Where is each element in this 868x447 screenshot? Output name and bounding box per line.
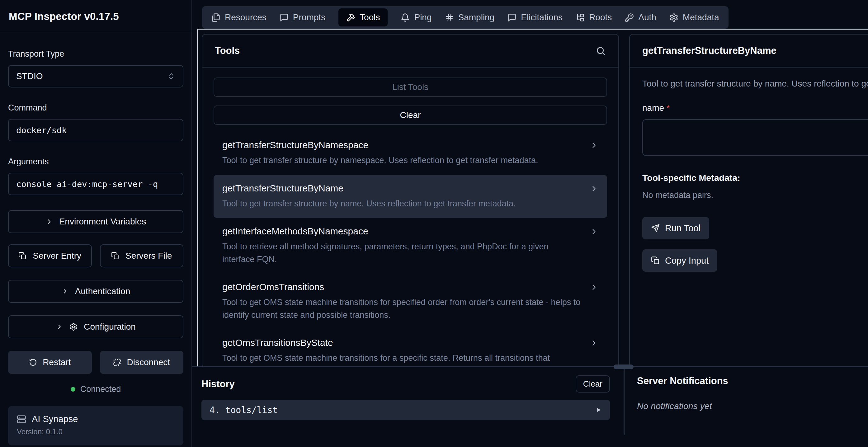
clear-history-button[interactable]: Clear — [576, 375, 610, 392]
transport-type-label: Transport Type — [8, 49, 183, 59]
tab-auth[interactable]: Auth — [625, 12, 656, 23]
tool-name: getTransferStructureByNamespace — [222, 140, 582, 150]
history-panel: History Clear 4. tools/list — [192, 367, 624, 435]
name-field-input[interactable] — [642, 119, 868, 156]
chevron-right-icon — [45, 218, 53, 225]
tab-label: Tools — [360, 12, 380, 23]
tool-name: getOrderOmsTransitions — [222, 282, 582, 292]
tools-panel-title: Tools — [215, 45, 240, 56]
tool-description: Tool to retrieve all method signatures, … — [222, 240, 582, 265]
tab-tools[interactable]: Tools — [338, 8, 388, 27]
bottom-area: History Clear 4. tools/list Server Notif… — [192, 367, 868, 435]
sidebar-header: MCP Inspector v0.17.5 — [0, 0, 191, 32]
disconnect-button[interactable]: Disconnect — [100, 351, 184, 374]
authentication-label: Authentication — [75, 286, 130, 296]
tab-elicitations[interactable]: Elicitations — [507, 12, 563, 23]
main-area: Resources Prompts Tools Ping Sampling — [192, 0, 868, 447]
list-tools-button[interactable]: List Tools — [214, 77, 607, 97]
tab-resources[interactable]: Resources — [211, 12, 267, 23]
tool-list-item[interactable]: getTransferStructureByNamespace Tool to … — [214, 132, 607, 175]
server-entry-label: Server Entry — [33, 251, 81, 261]
disconnect-label: Disconnect — [127, 357, 170, 367]
restart-button[interactable]: Restart — [8, 351, 92, 374]
command-label: Command — [8, 103, 183, 113]
chevron-right-icon — [590, 339, 598, 347]
tool-description: Tool to get transfer structure by namesp… — [222, 154, 582, 167]
history-title: History — [202, 379, 235, 390]
tool-name: getOmsTransitionsByState — [222, 338, 582, 348]
tool-name: getInterfaceMethodsByNamespace — [222, 226, 582, 236]
tab-label: Elicitations — [521, 12, 563, 23]
search-icon[interactable] — [596, 46, 606, 56]
tab-label: Prompts — [293, 12, 326, 23]
chevron-right-icon — [590, 141, 598, 150]
tool-list-item[interactable]: getInterfaceMethodsByNamespace Tool to r… — [214, 218, 607, 274]
tool-detail-body: Tool to get transfer structure by name. … — [630, 68, 868, 283]
tool-detail-panel: getTransferStructureByName Tool to get t… — [629, 34, 868, 366]
transport-type-select[interactable]: STDIO — [8, 65, 183, 88]
arguments-label: Arguments — [8, 157, 183, 166]
history-header: History Clear — [202, 375, 610, 392]
tool-list-item-selected[interactable]: getTransferStructureByName Tool to get t… — [214, 175, 607, 218]
send-icon — [651, 224, 660, 232]
server-icon — [17, 415, 26, 424]
tab-sampling[interactable]: Sampling — [445, 12, 495, 23]
metadata-heading: Tool-specific Metadata: — [642, 173, 868, 183]
server-name: AI Synapse — [32, 414, 78, 424]
key-icon — [625, 13, 634, 22]
metadata-empty-text: No metadata pairs. — [642, 191, 868, 200]
environment-variables-expander[interactable]: Environment Variables — [8, 210, 183, 233]
splitter-grip-handle[interactable] — [614, 364, 633, 369]
server-version: Version: 0.1.0 — [17, 427, 175, 436]
history-item[interactable]: 4. tools/list — [202, 400, 610, 420]
hash-icon — [445, 13, 454, 22]
horizontal-splitter[interactable] — [192, 366, 868, 367]
sidebar: MCP Inspector v0.17.5 Transport Type STD… — [0, 0, 192, 447]
history-item-label: 4. tools/list — [210, 405, 278, 415]
configuration-expander[interactable]: Configuration — [8, 315, 183, 338]
clear-tools-button[interactable]: Clear — [214, 105, 607, 125]
restart-label: Restart — [43, 357, 71, 367]
chevron-right-icon — [590, 184, 598, 193]
tab-roots[interactable]: Roots — [576, 12, 612, 23]
unlink-icon — [113, 358, 121, 366]
server-info-card: AI Synapse Version: 0.1.0 — [8, 406, 183, 445]
sidebar-body: Transport Type STDIO Command Arguments E… — [0, 32, 191, 445]
tool-list-item[interactable]: getOrderOmsTransitions Tool to get OMS s… — [214, 274, 607, 329]
tool-list-item[interactable]: getOmsTransitionsByState Tool to get OMS… — [214, 329, 607, 366]
tool-description: Tool to get OMS state machine transition… — [222, 352, 582, 364]
authentication-expander[interactable]: Authentication — [8, 280, 183, 303]
run-tool-button[interactable]: Run Tool — [642, 217, 709, 240]
tab-label: Ping — [414, 12, 432, 23]
servers-file-label: Servers File — [125, 251, 172, 261]
chevrons-up-down-icon — [167, 72, 175, 80]
transport-type-value: STDIO — [16, 71, 43, 81]
tab-prompts[interactable]: Prompts — [280, 12, 326, 23]
tab-ping[interactable]: Ping — [401, 12, 432, 23]
tab-label: Sampling — [458, 12, 495, 23]
expand-arrow-icon — [595, 407, 602, 413]
server-entry-button[interactable]: Server Entry — [8, 244, 92, 267]
tool-description: Tool to get OMS state machine transition… — [222, 296, 582, 321]
chevron-right-icon — [61, 288, 69, 295]
tab-label: Roots — [589, 12, 612, 23]
command-input[interactable] — [8, 119, 183, 141]
connection-buttons-row: Restart Disconnect — [8, 351, 183, 374]
tool-detail-title: getTransferStructureByName — [642, 45, 776, 56]
tab-label: Resources — [225, 12, 267, 23]
folder-tree-icon — [576, 13, 585, 22]
notifications-empty-text: No notifications yet — [637, 401, 868, 411]
tool-description: Tool to get transfer structure by name. … — [222, 197, 582, 210]
required-marker: * — [666, 103, 670, 113]
tools-panel-header: Tools — [203, 35, 618, 68]
servers-file-button[interactable]: Servers File — [100, 244, 184, 267]
nav-row: Resources Prompts Tools Ping Sampling — [192, 0, 868, 29]
tab-metadata[interactable]: Metadata — [670, 12, 719, 23]
chevron-right-icon — [590, 227, 598, 236]
app-root: MCP Inspector v0.17.5 Transport Type STD… — [0, 0, 868, 447]
tab-bar: Resources Prompts Tools Ping Sampling — [202, 6, 728, 29]
server-notifications-panel: Server Notifications No notifications ye… — [624, 367, 868, 435]
copy-input-button[interactable]: Copy Input — [642, 249, 717, 272]
arguments-input[interactable] — [8, 173, 183, 195]
app-title: MCP Inspector v0.17.5 — [9, 10, 183, 23]
